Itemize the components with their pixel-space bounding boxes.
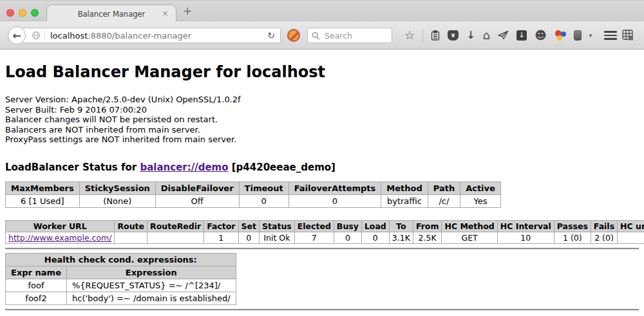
- worker-table: Worker URL Route RouteRedir Factor Set S…: [5, 220, 644, 244]
- col-route: Route: [115, 220, 147, 232]
- horizontal-rule: [5, 309, 639, 311]
- table-cell: 3.1K: [389, 232, 413, 243]
- table-cell: 0: [239, 194, 289, 207]
- table-cell: /c/: [428, 194, 460, 207]
- browser-window: Balancer Manager × + ← localhost:8880/ba…: [0, 0, 644, 316]
- table-cell: [115, 232, 147, 243]
- table-cell: 1: [204, 232, 238, 243]
- col-expr-name: Expr name: [6, 266, 67, 279]
- menu-button[interactable]: [604, 31, 617, 40]
- col-routeredir: RouteRedir: [147, 220, 204, 232]
- col-failoverattempts: FailoverAttempts: [289, 181, 381, 194]
- col-timeout: Timeout: [239, 181, 289, 194]
- url-bar[interactable]: localhost:8880/balancer-manager ↻: [17, 28, 281, 43]
- table-cell: [147, 232, 204, 243]
- browser-tab[interactable]: Balancer Manager ×: [46, 5, 176, 23]
- balancers-notice-line: Balancers are NOT inherited from main se…: [5, 125, 639, 135]
- col-active: Active: [460, 181, 501, 194]
- col-from: From: [413, 220, 442, 232]
- tab-close-icon[interactable]: ×: [162, 9, 169, 18]
- table-header-row: MaxMembers StickySession DisableFailover…: [6, 181, 501, 194]
- toolbar-divider: [422, 29, 423, 42]
- url-text: localhost:8880/balancer-manager: [50, 31, 191, 41]
- table-cell: Init Ok: [260, 232, 295, 243]
- col-path: Path: [428, 181, 460, 194]
- health-table-caption: Health check cond. expressions:: [6, 253, 236, 266]
- table-cell: 2 (0): [591, 232, 617, 243]
- page-content: Load Balancer Manager for localhost Serv…: [0, 63, 644, 311]
- plugin-blocked-icon[interactable]: [287, 29, 300, 42]
- clipboard-icon[interactable]: [431, 30, 440, 41]
- table-cell: 7: [294, 232, 334, 243]
- table-header-row: Expr name Expression: [6, 266, 236, 279]
- horizontal-rule: [5, 248, 639, 250]
- col-set: Set: [238, 220, 259, 232]
- tab-strip: Balancer Manager × +: [0, 0, 644, 21]
- new-tab-button[interactable]: +: [183, 5, 192, 17]
- table-cell: 2.5K: [413, 232, 442, 243]
- col-fails: Fails: [591, 220, 617, 232]
- navigation-toolbar: ← localhost:8880/balancer-manager ↻ ☆: [0, 21, 644, 50]
- close-window-button[interactable]: [6, 9, 14, 17]
- back-button[interactable]: ←: [8, 26, 26, 44]
- table-row: foof %{REQUEST_STATUS} =~ /^[234]/: [6, 279, 236, 292]
- battery-extension-icon[interactable]: [574, 30, 582, 41]
- table-caption-row: Health check cond. expressions:: [6, 253, 236, 266]
- extension-download-icon[interactable]: ↓: [516, 30, 527, 41]
- table-cell: bytraffic: [381, 194, 428, 207]
- col-disablefailover: DisableFailover: [155, 181, 239, 194]
- col-factor: Factor: [204, 220, 238, 232]
- smiley-icon[interactable]: ☻: [535, 30, 547, 41]
- zoom-window-button[interactable]: [31, 9, 39, 17]
- reload-icon[interactable]: ↻: [267, 30, 280, 41]
- table-row: foof2 hc('body') =~ /domain is establish…: [6, 292, 236, 304]
- col-status: Status: [260, 220, 295, 232]
- col-to: To: [389, 220, 413, 232]
- table-cell: 10: [497, 232, 554, 243]
- table-cell: 0: [334, 232, 361, 243]
- minimize-window-button[interactable]: [19, 9, 26, 17]
- col-method: Method: [381, 181, 428, 194]
- expr-name-cell: foof2: [6, 292, 67, 304]
- col-hc-interval: HC Interval: [497, 220, 554, 232]
- toolbar-icons: ☆ ∨ ↓ ⌂ ↓ ☻ ▾: [404, 21, 592, 49]
- window-controls: [6, 9, 39, 17]
- search-input[interactable]: [323, 30, 388, 41]
- table-cell: Off: [155, 194, 239, 207]
- health-check-table: Health check cond. expressions: Expr nam…: [5, 253, 236, 305]
- balancer-demo-link[interactable]: balancer://demo: [140, 162, 228, 173]
- colorful-dots-icon[interactable]: [554, 30, 566, 41]
- col-elected: Elected: [294, 220, 334, 232]
- server-version-line: Server Version: Apache/2.5.0-dev (Unix) …: [5, 95, 639, 105]
- col-stickysession: StickySession: [79, 181, 155, 194]
- send-plane-icon[interactable]: [498, 30, 509, 40]
- downloads-icon[interactable]: ↓: [466, 30, 475, 41]
- table-cell: Yes: [460, 194, 501, 207]
- table-cell: 6 [1 Used]: [6, 194, 80, 207]
- home-icon[interactable]: ⌂: [483, 30, 490, 41]
- search-box[interactable]: [307, 28, 392, 43]
- pocket-icon[interactable]: ∨: [448, 30, 459, 41]
- tab-title: Balancer Manager: [78, 10, 146, 19]
- table-cell: (None): [79, 194, 155, 207]
- col-load: Load: [361, 220, 389, 232]
- page-title: Load Balancer Manager for localhost: [5, 63, 639, 81]
- worker-url-cell: http://www.example.com/: [6, 232, 115, 243]
- tab-groups-icon[interactable]: [622, 30, 634, 43]
- bookmark-star-icon[interactable]: ☆: [404, 30, 415, 41]
- expr-name-cell: foof: [6, 279, 67, 292]
- table-cell: GET: [442, 232, 497, 243]
- url-domain: localhost: [50, 31, 88, 41]
- table-row: 6 [1 Used] (None) Off 0 0 bytraffic /c/ …: [6, 194, 501, 207]
- balancer-status-heading: LoadBalancer Status for balancer://demo …: [5, 162, 639, 173]
- worker-url-link[interactable]: http://www.example.com/: [8, 233, 111, 243]
- table-cell: 0: [361, 232, 389, 243]
- status-prefix: LoadBalancer Status for: [5, 162, 140, 173]
- col-hc-uri: HC uri: [618, 220, 644, 232]
- table-cell: 1 (0): [554, 232, 591, 243]
- col-busy: Busy: [334, 220, 361, 232]
- status-suffix: [p4420eeae_demo]: [229, 162, 336, 173]
- worker-row: http://www.example.com/ 1 0 Init Ok 7 0 …: [6, 232, 644, 243]
- search-icon: [312, 32, 320, 40]
- overflow-caret-icon[interactable]: ▾: [589, 32, 592, 39]
